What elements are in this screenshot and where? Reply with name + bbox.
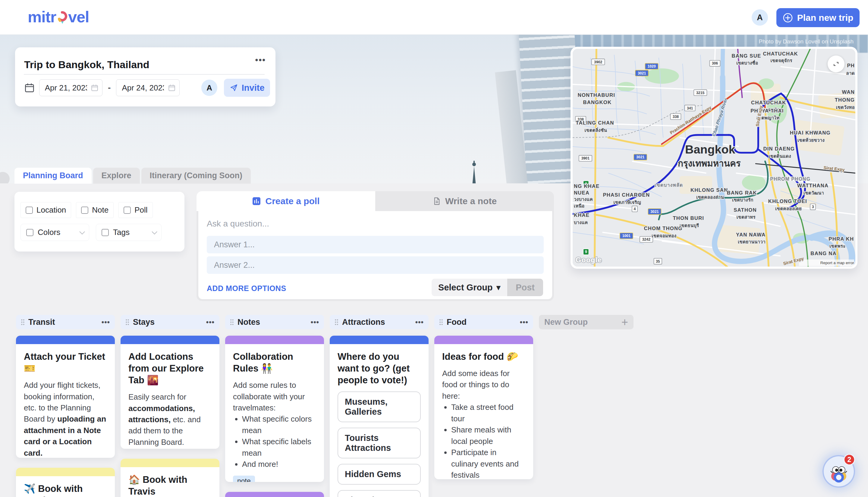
report-map-error-link[interactable]: Report a map error	[820, 260, 854, 265]
board-card[interactable]: ✈️ Book with Travis	[16, 468, 115, 497]
map-label: NONTHABURI	[578, 92, 615, 98]
map-label: BANG NA	[810, 251, 836, 256]
column-header-attractions[interactable]: Attractions•••	[330, 315, 429, 329]
card-color-bar	[434, 336, 533, 344]
select-group-dropdown[interactable]: Select Group ▾	[431, 279, 507, 296]
drag-handle-icon[interactable]	[126, 319, 129, 325]
map-label: เขตวังทอ	[836, 105, 855, 110]
tags-checkbox[interactable]	[102, 229, 109, 236]
drag-handle-icon[interactable]	[439, 319, 443, 325]
poll-answer1-input[interactable]	[207, 236, 544, 253]
poll-option[interactable]: Tourists Attractions	[338, 428, 421, 458]
tags-dropdown[interactable]: Tags	[96, 224, 162, 241]
colors-checkbox[interactable]	[26, 229, 33, 236]
column-menu-button[interactable]: •••	[206, 318, 215, 326]
calendar-icon	[24, 82, 35, 93]
road-shield: 3901	[579, 155, 592, 161]
map-label: THON BURI	[673, 215, 704, 221]
note-checkbox[interactable]	[81, 207, 88, 214]
map-label: เขตจตุจักร	[770, 58, 792, 63]
google-map[interactable]: 3902306321534133833839014335324210203021…	[573, 49, 855, 267]
caret-down-icon: ▾	[496, 282, 501, 293]
column-header-stays[interactable]: Stays•••	[120, 315, 219, 329]
card-color-bar	[16, 468, 115, 476]
board-card[interactable]: Collaboration Rules 👫Add some rules to c…	[225, 336, 324, 482]
map-label: เขตคลองเตย	[775, 206, 802, 211]
card-bullet-list: What specific colors meanWhat specific l…	[242, 413, 316, 470]
column-title: Transit	[28, 317, 55, 327]
location-checkbox[interactable]	[26, 207, 33, 214]
new-group-button[interactable]: New Group+	[539, 315, 633, 329]
plan-new-trip-button[interactable]: Plan new trip	[776, 8, 859, 27]
map-label: NG KHAE	[574, 183, 600, 189]
tab-explore[interactable]: Explore	[93, 168, 140, 184]
filter-note[interactable]: Note	[76, 202, 114, 218]
tab-create-poll[interactable]: Create a poll	[196, 191, 375, 211]
poll-option[interactable]: Museums, Galleries	[338, 392, 421, 422]
svg-text:341: 341	[687, 106, 693, 110]
map-label: เขตยานนาวา	[738, 240, 766, 245]
assistant-mascot-button[interactable]: 2	[824, 456, 854, 486]
svg-text:4: 4	[634, 207, 636, 211]
trip-menu-button[interactable]: •••	[255, 55, 266, 65]
board-card[interactable]: Attach your Ticket 🎫Add your flight tick…	[16, 336, 115, 458]
map-expand-button[interactable]	[828, 56, 844, 72]
column-header-food[interactable]: Food•••	[434, 315, 533, 329]
trip-member-avatar[interactable]: A	[201, 80, 218, 96]
photo-attribution: Photo by Dawson Lovell on Unsplash	[759, 38, 854, 45]
column-header-notes[interactable]: Notes•••	[225, 315, 324, 329]
new-group-label: New Group	[544, 317, 588, 327]
end-date-field[interactable]	[116, 79, 179, 96]
end-date-input[interactable]	[122, 83, 164, 93]
create-poll-label: Create a poll	[265, 196, 320, 206]
filter-poll-label: Poll	[134, 205, 147, 215]
drag-handle-icon[interactable]	[21, 319, 25, 325]
poll-checkbox[interactable]	[123, 207, 131, 214]
board-column-notes: Notes•••Collaboration Rules 👫Add some ru…	[225, 315, 324, 497]
colors-dropdown[interactable]: Colors	[20, 224, 89, 241]
column-menu-button[interactable]: •••	[520, 318, 528, 326]
board-card[interactable]: Where do you want to go? (get people to …	[330, 336, 429, 497]
map-label: WATTHANA	[797, 183, 828, 188]
filter-poll[interactable]: Poll	[118, 202, 152, 218]
card-color-bar	[330, 336, 429, 344]
logo-text-left: mitr	[28, 8, 56, 26]
send-icon	[230, 84, 238, 92]
drag-handle-icon[interactable]	[335, 319, 338, 325]
road-shield: 1001	[620, 233, 633, 239]
poll-question-input[interactable]	[207, 219, 448, 229]
tab-planning-board[interactable]: Planning Board	[14, 168, 92, 184]
poll-answer2-input[interactable]	[207, 256, 544, 274]
map-label: เขตภาษีเจริญ	[613, 200, 641, 205]
filter-location[interactable]: Location	[20, 202, 71, 218]
map-label: THONG	[835, 97, 855, 103]
bullet-item: Take a street food tour	[451, 402, 525, 424]
board-card[interactable]	[225, 492, 324, 497]
board-card[interactable]: 🏠 Book with TravisLook for the best	[120, 459, 219, 497]
user-avatar[interactable]: A	[752, 9, 768, 26]
tab-write-note[interactable]: Write a note	[375, 191, 554, 211]
poll-option[interactable]: Shopping Locations	[338, 490, 421, 497]
board-card[interactable]: Ideas for food 🌮Add some ideas for food …	[434, 336, 533, 479]
post-label: Post	[516, 283, 535, 293]
post-composer: Create a poll Write a note ADD MORE OPTI…	[196, 191, 554, 301]
map-label: PHRA KH	[828, 236, 854, 242]
map-label: Bangkok	[685, 143, 735, 156]
column-menu-button[interactable]: •••	[311, 318, 319, 326]
post-button[interactable]: Post	[507, 279, 543, 296]
column-menu-button[interactable]: •••	[415, 318, 424, 326]
add-more-options-button[interactable]: ADD MORE OPTIONS	[207, 284, 286, 293]
board-column-food: Food•••Ideas for food 🌮Add some ideas fo…	[434, 315, 533, 489]
tab-itinerary[interactable]: Itinerary (Coming Soon)	[141, 168, 251, 184]
column-menu-button[interactable]: •••	[102, 318, 110, 326]
plus-icon[interactable]: +	[621, 316, 628, 329]
start-date-input[interactable]	[45, 83, 87, 93]
map-label: เขตพระ	[829, 244, 845, 248]
board-card[interactable]: Add Locations from our Explore Tab 🌇Easi…	[120, 336, 219, 449]
invite-button[interactable]: Invite	[224, 79, 270, 97]
start-date-field[interactable]	[39, 79, 102, 96]
poll-option[interactable]: Hidden Gems	[338, 464, 421, 485]
drag-handle-icon[interactable]	[230, 319, 234, 325]
app-logo[interactable]: mitr vel	[28, 8, 89, 26]
column-header-transit[interactable]: Transit•••	[16, 315, 115, 329]
